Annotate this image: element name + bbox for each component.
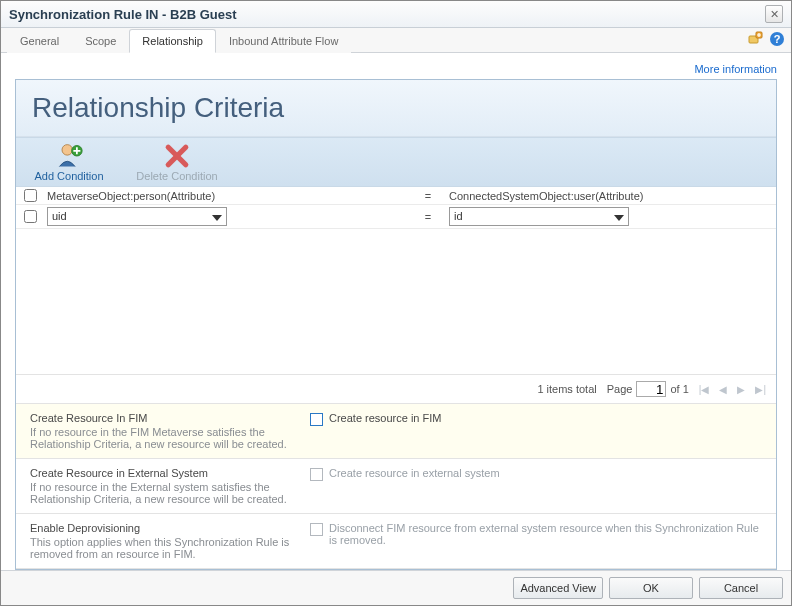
option-title: Create Resource In FIM [30,412,290,424]
tab-strip: General Scope Relationship Inbound Attri… [1,28,791,53]
tab-scope[interactable]: Scope [72,29,129,53]
advanced-view-button[interactable]: Advanced View [513,577,603,599]
add-condition-icon [55,142,83,170]
add-condition-label: Add Condition [34,170,103,182]
close-icon: ✕ [770,8,779,21]
delete-condition-label: Delete Condition [136,170,217,182]
option-create-resource-in-fim: Create Resource In FIM If no resource in… [16,404,776,459]
window-title: Synchronization Rule IN - B2B Guest [9,7,237,22]
add-action-icon[interactable] [747,31,763,49]
pager-of-text: of 1 [670,383,688,395]
option-description: If no resource in the External system sa… [30,481,290,505]
disconnect-resource-label: Disconnect FIM resource from external sy… [329,522,762,546]
tab-inbound-attribute-flow[interactable]: Inbound Attribute Flow [216,29,351,53]
row-checkbox[interactable] [24,210,37,223]
pager-page-label: Page [607,383,633,395]
pager-first-icon[interactable]: |◀ [699,384,710,395]
connected-system-attribute-select[interactable]: id [449,207,629,226]
criteria-grid: MetaverseObject:person(Attribute) = Conn… [16,187,776,229]
delete-condition-button: Delete Condition [132,142,222,182]
create-resource-in-external-system-checkbox[interactable] [310,468,323,481]
option-title: Enable Deprovisioning [30,522,290,534]
ok-button[interactable]: OK [609,577,693,599]
relationship-criteria-panel: Relationship Criteria Add Condition [15,79,777,570]
pager-last-icon[interactable]: ▶| [755,384,766,395]
pager-prev-icon[interactable]: ◀ [719,384,727,395]
add-condition-button[interactable]: Add Condition [24,142,114,182]
options-section: Create Resource In FIM If no resource in… [16,403,776,569]
option-enable-deprovisioning: Enable Deprovisioning This option applie… [16,514,776,569]
more-information-link[interactable]: More information [694,63,777,75]
disconnect-resource-checkbox[interactable] [310,523,323,536]
panel-title: Relationship Criteria [32,92,760,124]
create-resource-in-external-system-label: Create resource in external system [329,467,500,479]
dialog-window: Synchronization Rule IN - B2B Guest ✕ Ge… [0,0,792,606]
more-information-link-row: More information [15,63,777,79]
tabs: General Scope Relationship Inbound Attri… [7,28,351,52]
dialog-footer: Advanced View OK Cancel [1,570,791,605]
grid-header-row: MetaverseObject:person(Attribute) = Conn… [16,187,776,205]
metaverse-attribute-select[interactable]: uid [47,207,227,226]
close-button[interactable]: ✕ [765,5,783,23]
svg-point-4 [62,145,73,156]
option-create-resource-in-external-system: Create Resource in External System If no… [16,459,776,514]
tab-relationship[interactable]: Relationship [129,29,216,53]
select-all-checkbox[interactable] [24,189,37,202]
svg-text:?: ? [774,33,781,45]
grid-row: uid = id [16,205,776,229]
pager: 1 items total Page of 1 |◀ ◀ ▶ ▶| [16,374,776,403]
pager-total: 1 items total [537,383,596,395]
option-title: Create Resource in External System [30,467,290,479]
pager-next-icon[interactable]: ▶ [737,384,745,395]
title-bar: Synchronization Rule IN - B2B Guest ✕ [1,1,791,28]
pager-page-input[interactable] [636,381,666,397]
help-icon[interactable]: ? [769,31,785,49]
header-metaverse-attribute: MetaverseObject:person(Attribute) [47,190,215,202]
header-connected-system-attribute: ConnectedSystemObject:user(Attribute) [449,190,643,202]
criteria-toolbar: Add Condition Delete Condition [16,137,776,187]
delete-condition-icon [163,142,191,170]
create-resource-in-fim-checkbox[interactable] [310,413,323,426]
create-resource-in-fim-label: Create resource in FIM [329,412,441,424]
tab-general[interactable]: General [7,29,72,53]
option-description: This option applies when this Synchroniz… [30,536,290,560]
cancel-button[interactable]: Cancel [699,577,783,599]
option-description: If no resource in the FIM Metaverse sati… [30,426,290,450]
